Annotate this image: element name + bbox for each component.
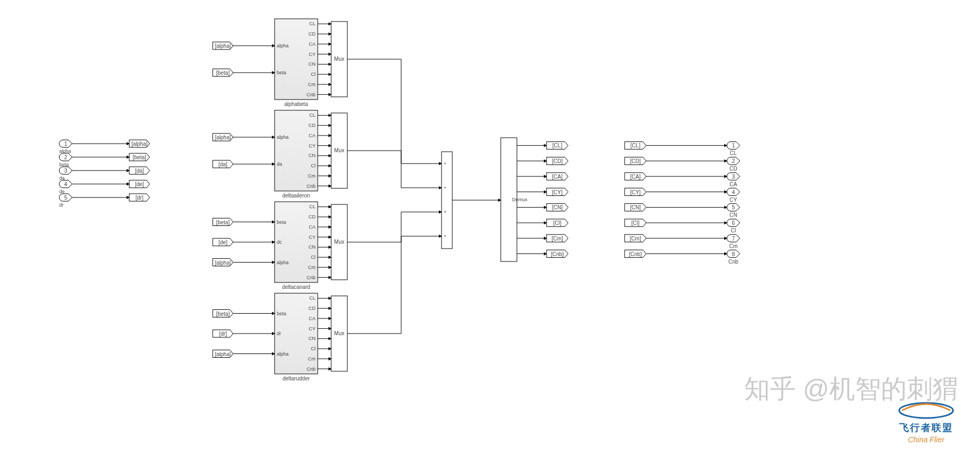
svg-text:[CN]: [CN] xyxy=(552,204,563,210)
svg-text:5: 5 xyxy=(64,195,67,201)
svg-text:[Cnb]: [Cnb] xyxy=(551,251,564,257)
svg-text:Cnb: Cnb xyxy=(306,275,316,280)
svg-text:Demux: Demux xyxy=(512,197,528,202)
simulink-diagram[interactable]: 1alpha[alpha]2beta[beta]3da[da]4de[de]5d… xyxy=(0,0,980,460)
svg-text:6: 6 xyxy=(732,220,735,226)
svg-text:Cm: Cm xyxy=(308,82,316,87)
svg-text:[da]: [da] xyxy=(219,161,228,167)
svg-text:CA: CA xyxy=(730,181,737,187)
svg-text:Mux: Mux xyxy=(334,147,345,153)
svg-text:CA: CA xyxy=(309,224,316,230)
svg-text:Cl: Cl xyxy=(311,254,316,260)
svg-text:CY: CY xyxy=(309,235,316,240)
svg-text:deltaaileron: deltaaileron xyxy=(282,193,310,199)
svg-text:[alpha]: [alpha] xyxy=(215,43,231,49)
svg-text:Cl: Cl xyxy=(311,72,316,77)
svg-text:CD: CD xyxy=(309,306,316,311)
svg-text:CL: CL xyxy=(730,150,737,156)
svg-text:CN: CN xyxy=(309,153,316,158)
svg-text:Mux: Mux xyxy=(334,239,345,245)
svg-text:2: 2 xyxy=(64,154,67,160)
svg-text:[CY]: [CY] xyxy=(630,189,641,195)
svg-text:Cnb: Cnb xyxy=(306,366,316,372)
svg-text:Cl: Cl xyxy=(311,163,316,168)
svg-text:5: 5 xyxy=(732,204,735,210)
svg-text:Mux: Mux xyxy=(334,56,345,62)
svg-text:CN: CN xyxy=(309,61,316,67)
svg-text:beta: beta xyxy=(277,70,286,75)
svg-text:[beta]: [beta] xyxy=(216,220,229,225)
svg-text:[Cl]: [Cl] xyxy=(632,220,640,226)
svg-text:[beta]: [beta] xyxy=(216,311,229,317)
svg-text:[CL]: [CL] xyxy=(631,143,641,148)
svg-text:CD: CD xyxy=(309,214,316,220)
svg-text:[beta]: [beta] xyxy=(216,70,229,76)
svg-text:dr: dr xyxy=(277,331,281,336)
svg-text:deltacanard: deltacanard xyxy=(282,284,310,290)
svg-rect-20 xyxy=(442,152,452,249)
svg-text:[CD]: [CD] xyxy=(630,158,641,164)
svg-text:4: 4 xyxy=(64,181,67,187)
svg-text:dr: dr xyxy=(59,202,64,208)
svg-text:[da]: [da] xyxy=(135,168,144,174)
svg-text:CN: CN xyxy=(309,336,316,341)
svg-text:alpha: alpha xyxy=(277,135,289,140)
svg-text:CN: CN xyxy=(730,212,737,218)
svg-text:Cm: Cm xyxy=(308,356,316,362)
svg-text:alpha: alpha xyxy=(277,260,289,265)
svg-text:Cnb: Cnb xyxy=(729,259,739,265)
svg-text:[Cl]: [Cl] xyxy=(554,220,562,226)
svg-text:CY: CY xyxy=(730,197,737,203)
svg-text:CA: CA xyxy=(309,316,316,321)
svg-text:2: 2 xyxy=(732,158,735,164)
svg-text:[alpha]: [alpha] xyxy=(131,141,148,147)
svg-text:CA: CA xyxy=(309,41,316,47)
svg-text:[Cnb]: [Cnb] xyxy=(629,251,642,257)
svg-text:CL: CL xyxy=(309,295,316,301)
svg-text:8: 8 xyxy=(732,251,735,257)
svg-text:3: 3 xyxy=(64,168,67,174)
svg-text:[beta]: [beta] xyxy=(132,154,146,160)
svg-text:Cm: Cm xyxy=(729,243,738,249)
svg-text:+: + xyxy=(444,185,446,190)
svg-text:1: 1 xyxy=(732,143,735,148)
svg-text:dc: dc xyxy=(277,239,282,245)
svg-text:alphabeta: alphabeta xyxy=(284,101,308,107)
svg-text:[CA]: [CA] xyxy=(630,174,641,180)
svg-text:[Cm]: [Cm] xyxy=(551,236,563,242)
svg-text:Cm: Cm xyxy=(308,173,316,179)
svg-text:3: 3 xyxy=(732,174,735,180)
svg-text:[CL]: [CL] xyxy=(552,143,563,148)
svg-text:[CD]: [CD] xyxy=(552,158,563,164)
svg-text:4: 4 xyxy=(732,189,735,195)
svg-text:CL: CL xyxy=(309,112,316,118)
svg-text:Mux: Mux xyxy=(334,330,345,336)
svg-text:+: + xyxy=(444,209,446,215)
svg-text:alpha: alpha xyxy=(277,43,289,48)
diagram-canvas: 1alpha[alpha]2beta[beta]3da[da]4de[de]5d… xyxy=(0,0,980,460)
svg-text:CL: CL xyxy=(309,21,316,26)
svg-text:beta: beta xyxy=(277,311,286,316)
svg-text:7: 7 xyxy=(732,236,735,242)
svg-text:CA: CA xyxy=(309,133,316,138)
svg-text:Cnb: Cnb xyxy=(306,92,316,97)
svg-text:CN: CN xyxy=(309,244,316,250)
svg-text:[dr]: [dr] xyxy=(219,331,227,337)
svg-text:Cnb: Cnb xyxy=(306,183,316,189)
svg-text:[CA]: [CA] xyxy=(552,174,563,180)
svg-text:[Cm]: [Cm] xyxy=(629,236,641,242)
svg-text:CD: CD xyxy=(309,31,316,37)
svg-text:[alpha]: [alpha] xyxy=(215,135,231,140)
svg-text:[CY]: [CY] xyxy=(552,189,563,195)
svg-text:Cl: Cl xyxy=(311,346,316,351)
svg-text:[alpha]: [alpha] xyxy=(215,260,231,266)
svg-text:[de]: [de] xyxy=(135,181,144,187)
svg-text:beta: beta xyxy=(277,220,286,225)
svg-text:1: 1 xyxy=(64,141,67,147)
svg-text:CD: CD xyxy=(309,123,316,128)
svg-text:CY: CY xyxy=(309,326,316,331)
svg-text:[dr]: [dr] xyxy=(136,195,144,201)
svg-text:+: + xyxy=(444,233,446,239)
svg-text:[de]: [de] xyxy=(219,239,228,245)
svg-text:CL: CL xyxy=(309,204,316,209)
